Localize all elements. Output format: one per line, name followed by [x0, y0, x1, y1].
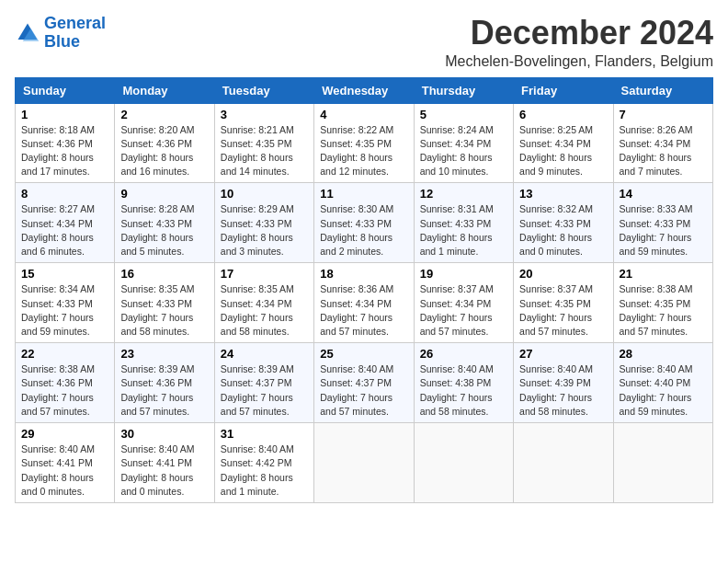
header-monday: Monday — [115, 77, 214, 103]
day-number: 20 — [519, 267, 607, 281]
calendar-cell — [514, 423, 613, 503]
day-number: 6 — [519, 108, 607, 121]
logo-text: General Blue — [44, 15, 106, 52]
day-info: Sunrise: 8:24 AMSunset: 4:34 PMDaylight:… — [420, 123, 507, 179]
calendar-cell: 26Sunrise: 8:40 AMSunset: 4:38 PMDayligh… — [414, 343, 513, 423]
calendar-cell: 19Sunrise: 8:37 AMSunset: 4:34 PMDayligh… — [414, 263, 513, 343]
calendar-cell: 4Sunrise: 8:22 AMSunset: 4:35 PMDaylight… — [314, 103, 414, 183]
day-info: Sunrise: 8:38 AMSunset: 4:35 PMDaylight:… — [620, 282, 707, 339]
header-tuesday: Tuesday — [214, 77, 313, 103]
day-info: Sunrise: 8:33 AMSunset: 4:33 PMDaylight:… — [620, 202, 707, 259]
day-info: Sunrise: 8:38 AMSunset: 4:36 PMDaylight:… — [21, 362, 108, 419]
day-info: Sunrise: 8:22 AMSunset: 4:35 PMDaylight:… — [320, 123, 407, 179]
day-number: 7 — [620, 108, 707, 121]
day-info: Sunrise: 8:40 AMSunset: 4:42 PMDaylight:… — [221, 442, 308, 499]
header-friday: Friday — [514, 77, 613, 103]
header-sunday: Sunday — [16, 77, 115, 103]
header-thursday: Thursday — [414, 77, 513, 103]
calendar-cell: 2Sunrise: 8:20 AMSunset: 4:36 PMDaylight… — [115, 103, 214, 183]
day-number: 10 — [221, 187, 308, 201]
calendar-cell: 27Sunrise: 8:40 AMSunset: 4:39 PMDayligh… — [514, 343, 613, 423]
day-info: Sunrise: 8:40 AMSunset: 4:41 PMDaylight:… — [120, 442, 208, 499]
day-info: Sunrise: 8:40 AMSunset: 4:38 PMDaylight:… — [420, 362, 507, 419]
day-info: Sunrise: 8:34 AMSunset: 4:33 PMDaylight:… — [21, 282, 108, 339]
day-info: Sunrise: 8:40 AMSunset: 4:40 PMDaylight:… — [620, 362, 707, 419]
day-number: 3 — [221, 108, 308, 121]
calendar-cell: 5Sunrise: 8:24 AMSunset: 4:34 PMDaylight… — [414, 103, 513, 183]
calendar-cell: 13Sunrise: 8:32 AMSunset: 4:33 PMDayligh… — [514, 183, 613, 263]
day-number: 26 — [420, 347, 507, 361]
day-number: 18 — [320, 267, 407, 281]
day-number: 30 — [120, 427, 208, 441]
day-number: 2 — [120, 108, 208, 121]
day-info: Sunrise: 8:29 AMSunset: 4:33 PMDaylight:… — [221, 202, 308, 259]
header-wednesday: Wednesday — [314, 77, 414, 103]
day-info: Sunrise: 8:32 AMSunset: 4:33 PMDaylight:… — [519, 202, 607, 259]
month-title: December 2024 — [445, 15, 713, 52]
calendar-week-row: 22Sunrise: 8:38 AMSunset: 4:36 PMDayligh… — [16, 343, 713, 423]
calendar-cell: 21Sunrise: 8:38 AMSunset: 4:35 PMDayligh… — [613, 263, 712, 343]
day-number: 19 — [420, 267, 507, 281]
calendar-cell: 28Sunrise: 8:40 AMSunset: 4:40 PMDayligh… — [613, 343, 712, 423]
calendar-cell: 17Sunrise: 8:35 AMSunset: 4:34 PMDayligh… — [214, 263, 313, 343]
calendar-cell: 8Sunrise: 8:27 AMSunset: 4:34 PMDaylight… — [16, 183, 115, 263]
day-info: Sunrise: 8:27 AMSunset: 4:34 PMDaylight:… — [21, 202, 108, 259]
day-number: 1 — [21, 108, 108, 121]
logo: General Blue — [15, 15, 106, 52]
day-number: 14 — [620, 187, 707, 201]
calendar-cell: 12Sunrise: 8:31 AMSunset: 4:33 PMDayligh… — [414, 183, 513, 263]
calendar-week-row: 8Sunrise: 8:27 AMSunset: 4:34 PMDaylight… — [16, 183, 713, 263]
day-number: 9 — [120, 187, 208, 201]
day-number: 25 — [320, 347, 407, 361]
day-info: Sunrise: 8:37 AMSunset: 4:35 PMDaylight:… — [519, 282, 607, 339]
calendar-cell — [314, 423, 414, 503]
day-info: Sunrise: 8:26 AMSunset: 4:34 PMDaylight:… — [620, 123, 707, 179]
day-number: 4 — [320, 108, 407, 121]
day-number: 24 — [221, 347, 308, 361]
day-info: Sunrise: 8:21 AMSunset: 4:35 PMDaylight:… — [221, 123, 308, 179]
day-info: Sunrise: 8:30 AMSunset: 4:33 PMDaylight:… — [320, 202, 407, 259]
logo-line1: General — [44, 14, 106, 32]
day-number: 29 — [21, 427, 108, 441]
calendar-cell: 10Sunrise: 8:29 AMSunset: 4:33 PMDayligh… — [214, 183, 313, 263]
calendar-week-row: 15Sunrise: 8:34 AMSunset: 4:33 PMDayligh… — [16, 263, 713, 343]
day-number: 23 — [120, 347, 208, 361]
day-number: 21 — [620, 267, 707, 281]
day-info: Sunrise: 8:37 AMSunset: 4:34 PMDaylight:… — [420, 282, 507, 339]
day-number: 17 — [221, 267, 308, 281]
calendar-cell: 31Sunrise: 8:40 AMSunset: 4:42 PMDayligh… — [214, 423, 313, 503]
day-number: 31 — [221, 427, 308, 441]
calendar-cell: 20Sunrise: 8:37 AMSunset: 4:35 PMDayligh… — [514, 263, 613, 343]
header-saturday: Saturday — [613, 77, 712, 103]
calendar-cell: 22Sunrise: 8:38 AMSunset: 4:36 PMDayligh… — [16, 343, 115, 423]
day-number: 15 — [21, 267, 108, 281]
calendar-cell: 24Sunrise: 8:39 AMSunset: 4:37 PMDayligh… — [214, 343, 313, 423]
day-info: Sunrise: 8:18 AMSunset: 4:36 PMDaylight:… — [21, 123, 108, 179]
calendar-cell: 3Sunrise: 8:21 AMSunset: 4:35 PMDaylight… — [214, 103, 313, 183]
location-subtitle: Mechelen-Bovelingen, Flanders, Belgium — [445, 53, 713, 70]
calendar-cell: 7Sunrise: 8:26 AMSunset: 4:34 PMDaylight… — [613, 103, 712, 183]
day-info: Sunrise: 8:40 AMSunset: 4:39 PMDaylight:… — [519, 362, 607, 419]
calendar-cell: 18Sunrise: 8:36 AMSunset: 4:34 PMDayligh… — [314, 263, 414, 343]
day-number: 11 — [320, 187, 407, 201]
calendar-cell: 11Sunrise: 8:30 AMSunset: 4:33 PMDayligh… — [314, 183, 414, 263]
day-info: Sunrise: 8:36 AMSunset: 4:34 PMDaylight:… — [320, 282, 407, 339]
calendar-week-row: 1Sunrise: 8:18 AMSunset: 4:36 PMDaylight… — [16, 103, 713, 183]
calendar-cell: 16Sunrise: 8:35 AMSunset: 4:33 PMDayligh… — [115, 263, 214, 343]
calendar-cell: 1Sunrise: 8:18 AMSunset: 4:36 PMDaylight… — [16, 103, 115, 183]
day-number: 12 — [420, 187, 507, 201]
day-info: Sunrise: 8:31 AMSunset: 4:33 PMDaylight:… — [420, 202, 507, 259]
page-header: General Blue December 2024 Mechelen-Bove… — [15, 15, 713, 70]
day-info: Sunrise: 8:35 AMSunset: 4:33 PMDaylight:… — [120, 282, 208, 339]
calendar-week-row: 29Sunrise: 8:40 AMSunset: 4:41 PMDayligh… — [16, 423, 713, 503]
day-info: Sunrise: 8:35 AMSunset: 4:34 PMDaylight:… — [221, 282, 308, 339]
day-info: Sunrise: 8:40 AMSunset: 4:37 PMDaylight:… — [320, 362, 407, 419]
calendar-cell: 29Sunrise: 8:40 AMSunset: 4:41 PMDayligh… — [16, 423, 115, 503]
title-block: December 2024 Mechelen-Bovelingen, Fland… — [445, 15, 713, 70]
calendar-cell — [613, 423, 712, 503]
day-info: Sunrise: 8:39 AMSunset: 4:37 PMDaylight:… — [221, 362, 308, 419]
calendar-cell: 25Sunrise: 8:40 AMSunset: 4:37 PMDayligh… — [314, 343, 414, 423]
day-info: Sunrise: 8:28 AMSunset: 4:33 PMDaylight:… — [120, 202, 208, 259]
calendar-header-row: SundayMondayTuesdayWednesdayThursdayFrid… — [16, 77, 713, 103]
day-info: Sunrise: 8:25 AMSunset: 4:34 PMDaylight:… — [519, 123, 607, 179]
